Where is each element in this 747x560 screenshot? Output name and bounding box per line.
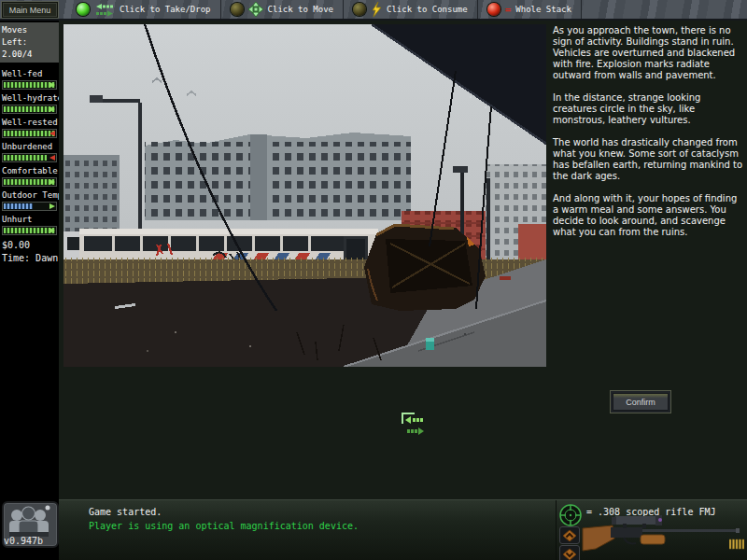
instruction-label: Click to Take/Drop [120, 5, 211, 14]
condition-label: Well-hydrated [0, 92, 59, 104]
arrow-right-icon [49, 228, 55, 233]
instruction-label: Click to Move [268, 5, 333, 14]
bottom-bar: Game started. Player is using an optical… [59, 499, 747, 560]
log-line: Player is using an optical magnification… [89, 519, 359, 533]
arrow-right-icon [49, 106, 55, 112]
instruction-consume: Click to Consume [344, 0, 478, 19]
cycle-up-button[interactable] [559, 526, 580, 544]
story-paragraph: The world has drastically changed from w… [553, 137, 743, 182]
dark-orb-icon [231, 3, 244, 16]
dark-orb-icon [353, 3, 366, 16]
rifle-item-image[interactable] [581, 513, 741, 560]
condition-list: Well-fed Well-hydrated Well-rested Unbur… [0, 68, 59, 235]
arrow-right-icon [49, 82, 55, 88]
story-paragraph: In the distance, strange looking creatur… [553, 92, 743, 126]
condition-label: Well-fed [0, 68, 59, 79]
main-menu-button[interactable]: Main Menu [2, 2, 58, 18]
money-value: $0.00 [0, 239, 59, 252]
condition-label: Unhurt [0, 214, 59, 225]
moves-left-label: Moves Left: [2, 24, 57, 49]
orange-up-arrow-icon [562, 529, 577, 542]
condition-bar [2, 226, 57, 235]
instruction-row: Click to Take/Drop Click to Move [67, 0, 582, 19]
time-of-day: Time: Dawn [0, 252, 59, 265]
condition-bar [2, 177, 57, 187]
message-log: Game started. Player is using an optical… [89, 505, 359, 533]
cycle-down-button[interactable] [559, 545, 580, 560]
condition-bar [2, 105, 57, 114]
top-instruction-bar: Click to Take/Drop Click to Move [0, 0, 747, 21]
story-paragraph: As you approach the town, there is no si… [553, 25, 743, 81]
version-label: v0.947b [4, 536, 43, 546]
moves-left-value: 2.00/4 [2, 49, 57, 61]
take-drop-cursor-icon [396, 409, 428, 442]
bullets-icon [729, 538, 744, 550]
condition-label: Outdoor Temp [0, 189, 59, 201]
condition-label: Unburdened [0, 141, 59, 152]
equals-icon: = [505, 4, 512, 16]
arrow-right-icon [49, 203, 55, 209]
take-drop-arrows-icon [94, 3, 115, 17]
instruction-move: Click to Move [221, 0, 344, 19]
status-sidebar: Moves Left: 2.00/4 Well-fed Well-hydrate… [0, 21, 59, 560]
confirm-button[interactable]: Confirm [611, 391, 670, 413]
green-orb-icon [77, 3, 90, 16]
ammo-stack[interactable]: x3 [729, 538, 747, 550]
move-cross-icon [248, 2, 263, 17]
orange-down-arrow-icon [562, 548, 577, 560]
instruction-label: Whole Stack [515, 5, 571, 14]
arrow-left-icon [49, 155, 55, 161]
condition-bar [2, 80, 57, 90]
moves-left-block: Moves Left: 2.00/4 [0, 22, 59, 63]
instruction-label: Click to Consume [387, 5, 468, 14]
arrow-left-icon [49, 131, 55, 136]
red-orb-icon [487, 3, 500, 16]
held-item-panel: = .308 scoped rifle FMJ [556, 500, 747, 560]
condition-label: Well-rested [0, 117, 59, 128]
story-paragraph: And along with it, your hopes of finding… [553, 193, 743, 238]
condition-bar [2, 129, 57, 138]
lightning-icon [371, 2, 382, 17]
ruined-city-illustration [63, 24, 546, 367]
condition-bar [2, 153, 57, 162]
condition-label: Comfortable [0, 165, 59, 176]
log-line: Game started. [89, 505, 359, 519]
encounter-scene-image[interactable] [63, 24, 546, 367]
arrow-right-icon [49, 179, 55, 185]
instruction-take-drop: Click to Take/Drop [67, 0, 221, 19]
instruction-whole-stack: = Whole Stack [478, 0, 582, 19]
game-screen: Click to Take/Drop Click to Move [0, 0, 747, 560]
encounter-text-panel: As you approach the town, there is no si… [553, 25, 743, 249]
condition-bar [2, 202, 57, 211]
